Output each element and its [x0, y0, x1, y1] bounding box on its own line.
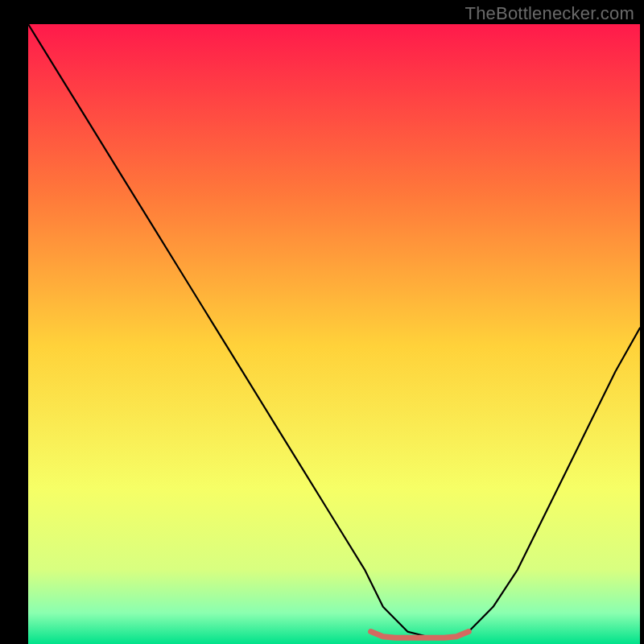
watermark-text: TheBottlenecker.com [465, 3, 634, 24]
gradient-background [28, 24, 640, 644]
chart-frame: TheBottlenecker.com [0, 0, 644, 644]
bottleneck-chart [28, 24, 640, 644]
plot-area [28, 24, 640, 644]
